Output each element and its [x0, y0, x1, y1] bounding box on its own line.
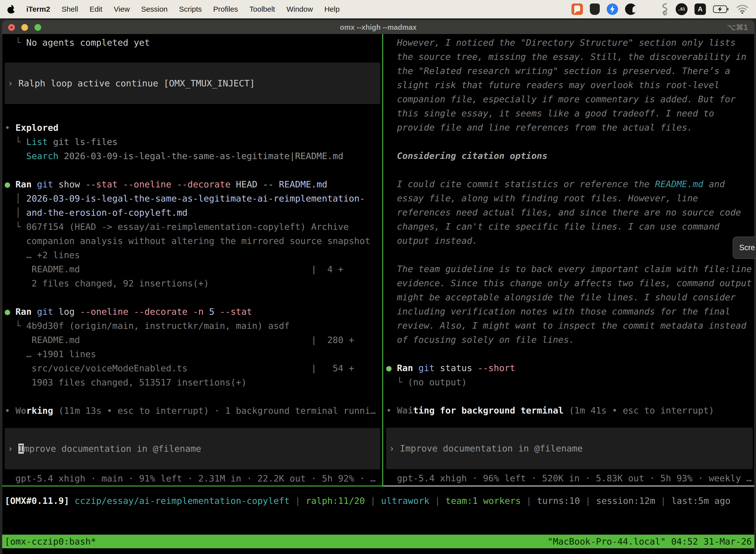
text-run: README.md | 4 + [5, 264, 343, 274]
squiggle-icon[interactable] [660, 3, 669, 16]
terminal-line [386, 347, 755, 361]
text-run: ● [386, 363, 397, 373]
grid-dots-icon[interactable] [643, 4, 653, 14]
text-run: README.md [655, 179, 703, 189]
left-input-line: › Improve documentation in @filename [5, 442, 201, 456]
text-run: --stat [85, 179, 118, 189]
right-status-line: gpt-5.4 xhigh · 96% left · 520K in · 5.8… [386, 471, 755, 485]
minimize-button[interactable] [21, 24, 28, 31]
right-input-line: › Improve documentation in @filename [386, 441, 583, 455]
menu-item-edit[interactable]: Edit [89, 5, 103, 13]
text-run: gpt-5.4 xhigh · main · 91% left · 2.31M … [5, 473, 376, 484]
terminal-content: └ No agents completed yet › Ralph loop a… [2, 34, 754, 554]
left-prompt-input[interactable]: › Improve documentation in @filename [5, 428, 380, 469]
text-run: | [290, 496, 306, 506]
terminal-line [386, 134, 755, 149]
menu-item-toolbelt[interactable]: Toolbelt [250, 5, 275, 13]
right-pane[interactable]: However, I noticed the "Directory Struct… [383, 34, 755, 486]
terminal-line: Search 2026-03-09-is-legal-the-same-as-l… [5, 149, 382, 163]
battery-icon[interactable] [713, 5, 729, 13]
gauge-icon[interactable]: ..61 [676, 3, 688, 15]
text-run: session:12m [596, 496, 655, 506]
terminal-line: └ 4b9d30f (origin/main, instructkr/main,… [5, 319, 382, 333]
text-run: provide file and line references from th… [386, 122, 693, 132]
text-run: mprove documentation in @filename [24, 444, 201, 454]
wifi-icon[interactable] [736, 4, 749, 14]
terminal-line: The team guideline is to back every impo… [386, 262, 755, 276]
text-run: › [389, 443, 400, 453]
text-run [5, 151, 26, 161]
pie-icon-cut [632, 6, 636, 12]
terminal-line: changes, I can't cite specific file line… [386, 219, 755, 233]
left-status-line: gpt-5.4 xhigh · main · 91% left · 2.31M … [5, 472, 382, 486]
text-run: • [5, 123, 15, 133]
left-history-prompt: › Ralph loop active continue [OMX_TMUX_I… [5, 76, 255, 90]
terminal-line [386, 163, 755, 177]
window-titlebar[interactable]: omx --xhigh --madmax ⌥⌘1 [2, 20, 754, 34]
terminal-line: … +2 lines [5, 248, 382, 262]
text-run: --decorate [177, 179, 231, 189]
menu-status-icons: ..61 A [571, 3, 749, 16]
text-run: 4b9d30f (origin/main, instructkr/main, m… [26, 321, 290, 331]
right-prompt-input[interactable]: › Improve documentation in @filename [386, 428, 753, 469]
terminal-line: │ 2026-03-09-is-legal-the-same-as-legiti… [5, 191, 382, 206]
terminal-line: I could cite commit statistics or refere… [386, 177, 755, 191]
text-run: and-the-erosion-of-copyleft.md [26, 208, 188, 218]
menu-item-shell[interactable]: Shell [62, 5, 78, 13]
menu-item-scripts[interactable]: Scripts [179, 5, 202, 13]
terminal-line: ● Ran git status --short [386, 361, 755, 375]
bolt-icon[interactable] [607, 3, 618, 15]
terminal-line: 2 files changed, 92 insertions(+) [5, 276, 382, 290]
apple-menu-icon[interactable] [7, 5, 15, 13]
left-pane[interactable]: └ No agents completed yet › Ralph loop a… [2, 34, 382, 486]
input-source-icon[interactable]: A [694, 3, 706, 15]
text-run: git ls-files [48, 137, 118, 147]
text-run: 2026-03-09-is-legal-the-same-as-legitima… [26, 193, 365, 204]
text-run: rking [26, 405, 53, 416]
left-prompt-box-history[interactable]: › Ralph loop active continue [OMX_TMUX_I… [5, 63, 380, 104]
text-run: Ran [15, 307, 32, 317]
menu-item-view[interactable]: View [114, 5, 130, 13]
terminal-line: evidence. Since this change only affects… [386, 276, 755, 290]
text-run: └ [5, 137, 26, 147]
terminal-line: … +1901 lines [5, 347, 382, 361]
text-run: review. Also, I might want to inspect th… [386, 321, 746, 331]
terminal-line: README.md | 280 + [5, 333, 382, 347]
text-run: › [8, 444, 18, 454]
text-run: HEAD [231, 179, 263, 189]
text-run: git [419, 363, 435, 373]
terminal-line: • Working (11m 13s • esc to interrupt) ·… [5, 403, 382, 418]
menu-item-profiles[interactable]: Profiles [213, 5, 238, 13]
pie-icon[interactable] [625, 3, 636, 15]
screen: iTerm2ShellEditViewSessionScriptsProfile… [0, 0, 756, 554]
text-run: and [703, 179, 725, 189]
chat-icon[interactable] [571, 3, 583, 15]
menu-item-window[interactable]: Window [287, 5, 313, 13]
text-run: -n [193, 307, 204, 317]
terminal-line: └ (no output) [386, 375, 755, 389]
menu-item-iterm2[interactable]: iTerm2 [26, 5, 50, 13]
text-run: status [435, 363, 478, 373]
chat-icon-inner [574, 5, 580, 11]
close-button[interactable] [8, 24, 15, 31]
text-run: └ [5, 38, 26, 48]
text-run: The team guideline is to back every impo… [386, 264, 752, 274]
zoom-button[interactable] [35, 24, 41, 31]
terminal-line: └ 067f154 (HEAD -> essay/ai-reimplementa… [5, 220, 382, 234]
text-run: --oneline [123, 179, 171, 189]
text-run: │ [5, 208, 26, 218]
text-run: companion file, especially if more comme… [386, 94, 736, 104]
terminal-line [5, 163, 382, 177]
text-run: 1903 files changed, 513517 insertions(+) [5, 377, 247, 387]
text-run [69, 496, 75, 506]
screen-share-pill[interactable]: Scre [733, 236, 756, 259]
menu-item-help[interactable]: Help [324, 5, 340, 13]
menu-item-session[interactable]: Session [141, 5, 168, 13]
menu-items: iTerm2ShellEditViewSessionScriptsProfile… [26, 5, 339, 13]
shield-icon[interactable] [590, 3, 600, 15]
terminal-line: output instead. [386, 233, 755, 248]
terminal-line: references need actual files, and since … [386, 205, 755, 219]
text-run: might be acceptable alongside the file l… [386, 292, 736, 302]
text-run: essay file, along with finding root file… [386, 193, 698, 203]
text-run: … +2 lines [5, 250, 80, 260]
